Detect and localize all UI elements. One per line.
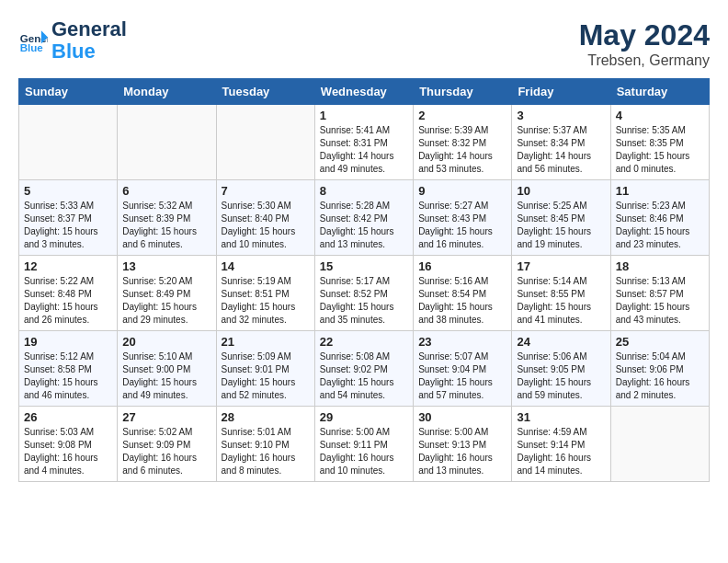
day-info: Sunrise: 5:13 AM Sunset: 8:57 PM Dayligh… [616, 275, 704, 327]
calendar-cell: 11Sunrise: 5:23 AM Sunset: 8:46 PM Dayli… [610, 180, 709, 256]
day-info: Sunrise: 5:17 AM Sunset: 8:52 PM Dayligh… [320, 275, 408, 327]
day-number: 26 [24, 410, 112, 424]
calendar-cell: 14Sunrise: 5:19 AM Sunset: 8:51 PM Dayli… [216, 256, 314, 331]
week-row-1: 1Sunrise: 5:41 AM Sunset: 8:31 PM Daylig… [19, 105, 710, 180]
day-info: Sunrise: 5:01 AM Sunset: 9:10 PM Dayligh… [222, 426, 310, 477]
day-info: Sunrise: 5:12 AM Sunset: 8:58 PM Dayligh… [24, 350, 112, 402]
calendar-cell: 16Sunrise: 5:16 AM Sunset: 8:54 PM Dayli… [414, 256, 512, 331]
calendar-cell: 31Sunrise: 4:59 AM Sunset: 9:14 PM Dayli… [512, 407, 610, 482]
day-info: Sunrise: 5:23 AM Sunset: 8:46 PM Dayligh… [616, 200, 704, 251]
calendar-body: 1Sunrise: 5:41 AM Sunset: 8:31 PM Daylig… [19, 105, 710, 482]
calendar-cell: 19Sunrise: 5:12 AM Sunset: 8:58 PM Dayli… [19, 331, 118, 407]
calendar-cell [19, 105, 118, 180]
day-info: Sunrise: 5:19 AM Sunset: 8:51 PM Dayligh… [222, 275, 310, 327]
month-year: May 2024 [579, 18, 710, 52]
logo: General Blue General Blue [18, 18, 127, 63]
day-number: 10 [517, 184, 605, 198]
day-info: Sunrise: 5:39 AM Sunset: 8:32 PM Dayligh… [418, 124, 506, 176]
week-row-5: 26Sunrise: 5:03 AM Sunset: 9:08 PM Dayli… [19, 407, 710, 482]
svg-text:Blue: Blue [20, 43, 44, 54]
day-info: Sunrise: 5:07 AM Sunset: 9:04 PM Dayligh… [418, 350, 506, 402]
logo-icon: General Blue [18, 26, 48, 55]
calendar-header-row: SundayMondayTuesdayWednesdayThursdayFrid… [19, 79, 710, 105]
calendar-cell: 20Sunrise: 5:10 AM Sunset: 9:00 PM Dayli… [118, 331, 216, 407]
day-number: 17 [517, 259, 605, 273]
day-info: Sunrise: 5:09 AM Sunset: 9:01 PM Dayligh… [222, 350, 310, 402]
day-info: Sunrise: 5:03 AM Sunset: 9:08 PM Dayligh… [24, 426, 112, 477]
calendar-cell: 28Sunrise: 5:01 AM Sunset: 9:10 PM Dayli… [216, 407, 314, 482]
day-info: Sunrise: 5:02 AM Sunset: 9:09 PM Dayligh… [122, 426, 210, 477]
day-info: Sunrise: 5:10 AM Sunset: 9:00 PM Dayligh… [122, 350, 210, 402]
calendar-cell: 1Sunrise: 5:41 AM Sunset: 8:31 PM Daylig… [314, 105, 413, 180]
calendar-cell: 29Sunrise: 5:00 AM Sunset: 9:11 PM Dayli… [314, 407, 413, 482]
day-info: Sunrise: 5:32 AM Sunset: 8:39 PM Dayligh… [122, 200, 210, 251]
calendar-cell: 13Sunrise: 5:20 AM Sunset: 8:49 PM Dayli… [118, 256, 216, 331]
day-info: Sunrise: 5:41 AM Sunset: 8:31 PM Dayligh… [320, 124, 408, 176]
day-number: 9 [418, 184, 506, 198]
day-header-thursday: Thursday [414, 79, 512, 105]
day-info: Sunrise: 5:20 AM Sunset: 8:49 PM Dayligh… [122, 275, 210, 327]
day-number: 1 [320, 109, 408, 122]
day-number: 23 [418, 335, 506, 349]
calendar-cell: 9Sunrise: 5:27 AM Sunset: 8:43 PM Daylig… [414, 180, 512, 256]
day-header-wednesday: Wednesday [314, 79, 413, 105]
day-number: 31 [517, 410, 605, 424]
calendar-cell: 25Sunrise: 5:04 AM Sunset: 9:06 PM Dayli… [610, 331, 709, 407]
calendar-cell: 2Sunrise: 5:39 AM Sunset: 8:32 PM Daylig… [414, 105, 512, 180]
day-header-tuesday: Tuesday [216, 79, 314, 105]
day-number: 8 [320, 184, 408, 198]
week-row-2: 5Sunrise: 5:33 AM Sunset: 8:37 PM Daylig… [19, 180, 710, 256]
day-number: 30 [418, 410, 506, 424]
calendar-table: SundayMondayTuesdayWednesdayThursdayFrid… [18, 78, 710, 482]
day-info: Sunrise: 5:27 AM Sunset: 8:43 PM Dayligh… [418, 200, 506, 251]
calendar-cell: 26Sunrise: 5:03 AM Sunset: 9:08 PM Dayli… [19, 407, 118, 482]
day-info: Sunrise: 5:04 AM Sunset: 9:06 PM Dayligh… [616, 350, 704, 402]
day-number: 21 [222, 335, 310, 349]
calendar-cell: 3Sunrise: 5:37 AM Sunset: 8:34 PM Daylig… [512, 105, 610, 180]
day-number: 15 [320, 259, 408, 273]
week-row-3: 12Sunrise: 5:22 AM Sunset: 8:48 PM Dayli… [19, 256, 710, 331]
page-header: General Blue General Blue May 2024 Trebs… [18, 18, 710, 69]
day-number: 20 [122, 335, 210, 349]
calendar-cell: 21Sunrise: 5:09 AM Sunset: 9:01 PM Dayli… [216, 331, 314, 407]
day-number: 22 [320, 335, 408, 349]
calendar-cell: 7Sunrise: 5:30 AM Sunset: 8:40 PM Daylig… [216, 180, 314, 256]
calendar-cell: 12Sunrise: 5:22 AM Sunset: 8:48 PM Dayli… [19, 256, 118, 331]
day-info: Sunrise: 5:16 AM Sunset: 8:54 PM Dayligh… [418, 275, 506, 327]
calendar-cell [216, 105, 314, 180]
day-number: 6 [122, 184, 210, 198]
day-number: 29 [320, 410, 408, 424]
day-info: Sunrise: 5:00 AM Sunset: 9:11 PM Dayligh… [320, 426, 408, 477]
calendar-cell: 24Sunrise: 5:06 AM Sunset: 9:05 PM Dayli… [512, 331, 610, 407]
week-row-4: 19Sunrise: 5:12 AM Sunset: 8:58 PM Dayli… [19, 331, 710, 407]
day-info: Sunrise: 5:30 AM Sunset: 8:40 PM Dayligh… [222, 200, 310, 251]
day-number: 13 [122, 259, 210, 273]
day-info: Sunrise: 5:06 AM Sunset: 9:05 PM Dayligh… [517, 350, 605, 402]
day-number: 27 [122, 410, 210, 424]
title-block: May 2024 Trebsen, Germany [579, 18, 710, 69]
day-info: Sunrise: 5:08 AM Sunset: 9:02 PM Dayligh… [320, 350, 408, 402]
day-number: 25 [616, 335, 704, 349]
day-number: 11 [616, 184, 704, 198]
calendar-cell: 8Sunrise: 5:28 AM Sunset: 8:42 PM Daylig… [314, 180, 413, 256]
calendar-cell: 22Sunrise: 5:08 AM Sunset: 9:02 PM Dayli… [314, 331, 413, 407]
day-header-sunday: Sunday [19, 79, 118, 105]
day-info: Sunrise: 4:59 AM Sunset: 9:14 PM Dayligh… [517, 426, 605, 477]
calendar-cell: 23Sunrise: 5:07 AM Sunset: 9:04 PM Dayli… [414, 331, 512, 407]
day-info: Sunrise: 5:33 AM Sunset: 8:37 PM Dayligh… [24, 200, 112, 251]
day-info: Sunrise: 5:22 AM Sunset: 8:48 PM Dayligh… [24, 275, 112, 327]
day-number: 3 [517, 109, 605, 122]
day-number: 19 [24, 335, 112, 349]
day-number: 24 [517, 335, 605, 349]
calendar-cell: 15Sunrise: 5:17 AM Sunset: 8:52 PM Dayli… [314, 256, 413, 331]
day-info: Sunrise: 5:00 AM Sunset: 9:13 PM Dayligh… [418, 426, 506, 477]
day-info: Sunrise: 5:25 AM Sunset: 8:45 PM Dayligh… [517, 200, 605, 251]
calendar-cell [118, 105, 216, 180]
day-number: 5 [24, 184, 112, 198]
calendar-cell [610, 407, 709, 482]
day-info: Sunrise: 5:28 AM Sunset: 8:42 PM Dayligh… [320, 200, 408, 251]
calendar-cell: 6Sunrise: 5:32 AM Sunset: 8:39 PM Daylig… [118, 180, 216, 256]
day-number: 16 [418, 259, 506, 273]
day-info: Sunrise: 5:14 AM Sunset: 8:55 PM Dayligh… [517, 275, 605, 327]
day-number: 14 [222, 259, 310, 273]
